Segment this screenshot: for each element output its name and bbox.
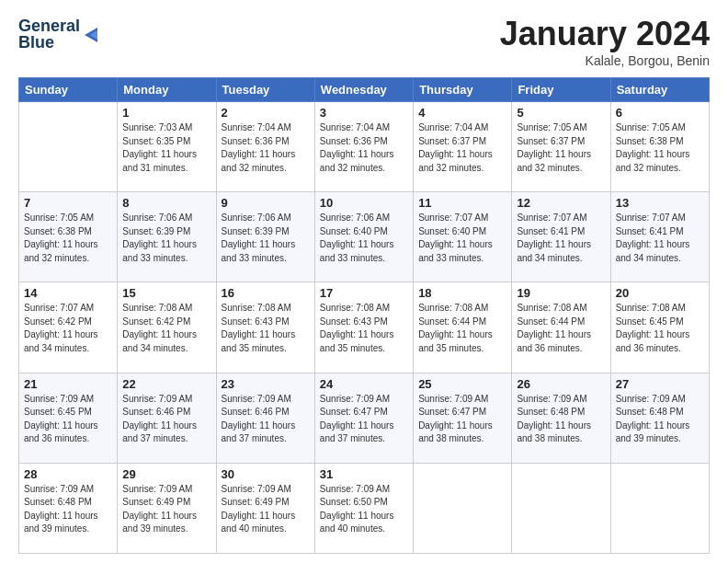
day-number: 4 [418,106,506,120]
logo: General Blue [18,15,101,57]
day-cell: 24Sunrise: 7:09 AMSunset: 6:47 PMDayligh… [314,373,413,463]
day-number: 6 [616,106,704,120]
day-cell: 12Sunrise: 7:07 AMSunset: 6:41 PMDayligh… [512,192,610,282]
day-cell: 10Sunrise: 7:06 AMSunset: 6:40 PMDayligh… [314,192,413,282]
day-number: 19 [517,286,605,300]
day-cell: 23Sunrise: 7:09 AMSunset: 6:46 PMDayligh… [216,373,314,463]
day-info: Sunrise: 7:06 AMSunset: 6:39 PMDaylight:… [222,212,310,265]
day-cell: 5Sunrise: 7:05 AMSunset: 6:37 PMDaylight… [512,102,610,192]
day-cell: 1Sunrise: 7:03 AMSunset: 6:35 PMDaylight… [118,102,216,192]
day-cell: 25Sunrise: 7:09 AMSunset: 6:47 PMDayligh… [414,373,512,463]
day-info: Sunrise: 7:08 AMSunset: 6:43 PMDaylight:… [222,302,310,355]
day-cell: 4Sunrise: 7:04 AMSunset: 6:37 PMDaylight… [414,102,512,192]
day-info: Sunrise: 7:07 AMSunset: 6:42 PMDaylight:… [24,302,112,355]
day-info: Sunrise: 7:08 AMSunset: 6:44 PMDaylight:… [517,302,605,355]
day-number: 9 [222,196,310,210]
calendar-body: 1Sunrise: 7:03 AMSunset: 6:35 PMDaylight… [19,102,710,554]
day-cell: 18Sunrise: 7:08 AMSunset: 6:44 PMDayligh… [414,282,512,373]
day-number: 2 [222,106,310,120]
day-info: Sunrise: 7:04 AMSunset: 6:36 PMDaylight:… [320,121,408,175]
day-cell: 3Sunrise: 7:04 AMSunset: 6:36 PMDaylight… [314,102,413,192]
day-info: Sunrise: 7:09 AMSunset: 6:48 PMDaylight:… [616,393,704,446]
day-cell: 21Sunrise: 7:09 AMSunset: 6:45 PMDayligh… [19,373,118,463]
day-cell: 17Sunrise: 7:08 AMSunset: 6:43 PMDayligh… [314,282,413,373]
day-info: Sunrise: 7:07 AMSunset: 6:41 PMDaylight:… [517,212,605,265]
day-number: 7 [24,196,112,210]
day-number: 16 [222,286,310,300]
day-header-tuesday: Tuesday [216,78,314,102]
calendar-header-row: SundayMondayTuesdayWednesdayThursdayFrid… [19,78,710,102]
day-info: Sunrise: 7:09 AMSunset: 6:46 PMDaylight:… [122,393,210,446]
day-number: 24 [320,377,408,391]
day-info: Sunrise: 7:09 AMSunset: 6:45 PMDaylight:… [24,393,112,446]
day-info: Sunrise: 7:06 AMSunset: 6:40 PMDaylight:… [320,212,408,265]
day-number: 5 [517,106,605,120]
day-number: 26 [517,377,605,391]
day-cell: 7Sunrise: 7:05 AMSunset: 6:38 PMDaylight… [19,192,118,282]
day-header-monday: Monday [118,78,216,102]
day-cell: 31Sunrise: 7:09 AMSunset: 6:50 PMDayligh… [314,463,413,553]
day-cell [610,463,709,553]
day-info: Sunrise: 7:09 AMSunset: 6:49 PMDaylight:… [222,483,310,536]
day-cell: 14Sunrise: 7:07 AMSunset: 6:42 PMDayligh… [19,282,118,373]
header: General Blue January 2024 Kalale, Borgou… [18,15,710,68]
day-number: 25 [418,377,506,391]
calendar-table: SundayMondayTuesdayWednesdayThursdayFrid… [18,77,710,554]
day-info: Sunrise: 7:09 AMSunset: 6:47 PMDaylight:… [320,393,408,446]
week-row-2: 14Sunrise: 7:07 AMSunset: 6:42 PMDayligh… [19,282,710,373]
day-info: Sunrise: 7:09 AMSunset: 6:50 PMDaylight:… [320,483,408,536]
day-number: 27 [616,377,704,391]
day-info: Sunrise: 7:04 AMSunset: 6:37 PMDaylight:… [418,121,506,175]
day-cell: 30Sunrise: 7:09 AMSunset: 6:49 PMDayligh… [216,463,314,553]
day-cell [19,102,118,192]
day-number: 31 [320,467,408,481]
day-number: 29 [122,467,210,481]
week-row-0: 1Sunrise: 7:03 AMSunset: 6:35 PMDaylight… [19,102,710,192]
day-number: 14 [24,286,112,300]
day-info: Sunrise: 7:05 AMSunset: 6:37 PMDaylight:… [517,121,605,175]
day-number: 18 [418,286,506,300]
day-info: Sunrise: 7:08 AMSunset: 6:45 PMDaylight:… [616,302,704,355]
day-info: Sunrise: 7:05 AMSunset: 6:38 PMDaylight:… [24,212,112,265]
page: General Blue January 2024 Kalale, Borgou… [0,0,728,563]
week-row-1: 7Sunrise: 7:05 AMSunset: 6:38 PMDaylight… [19,192,710,282]
day-header-saturday: Saturday [610,78,709,102]
day-cell: 8Sunrise: 7:06 AMSunset: 6:39 PMDaylight… [118,192,216,282]
week-row-4: 28Sunrise: 7:09 AMSunset: 6:48 PMDayligh… [19,463,710,553]
day-number: 12 [517,196,605,210]
day-info: Sunrise: 7:05 AMSunset: 6:38 PMDaylight:… [616,121,704,175]
day-header-friday: Friday [512,78,610,102]
svg-text:General: General [18,17,80,35]
day-cell: 2Sunrise: 7:04 AMSunset: 6:36 PMDaylight… [216,102,314,192]
location-subtitle: Kalale, Borgou, Benin [500,53,710,68]
day-number: 1 [122,106,210,120]
day-header-sunday: Sunday [19,78,118,102]
day-cell: 16Sunrise: 7:08 AMSunset: 6:43 PMDayligh… [216,282,314,373]
day-cell: 29Sunrise: 7:09 AMSunset: 6:49 PMDayligh… [118,463,216,553]
day-cell: 13Sunrise: 7:07 AMSunset: 6:41 PMDayligh… [610,192,709,282]
day-number: 15 [122,286,210,300]
day-number: 10 [320,196,408,210]
day-number: 30 [222,467,310,481]
day-cell: 28Sunrise: 7:09 AMSunset: 6:48 PMDayligh… [19,463,118,553]
day-cell: 11Sunrise: 7:07 AMSunset: 6:40 PMDayligh… [414,192,512,282]
day-header-thursday: Thursday [414,78,512,102]
title-block: January 2024 Kalale, Borgou, Benin [500,15,710,68]
day-number: 13 [616,196,704,210]
day-header-wednesday: Wednesday [314,78,413,102]
day-info: Sunrise: 7:07 AMSunset: 6:40 PMDaylight:… [418,212,506,265]
day-info: Sunrise: 7:09 AMSunset: 6:48 PMDaylight:… [517,393,605,446]
day-info: Sunrise: 7:09 AMSunset: 6:46 PMDaylight:… [222,393,310,446]
day-info: Sunrise: 7:08 AMSunset: 6:42 PMDaylight:… [122,302,210,355]
day-cell: 26Sunrise: 7:09 AMSunset: 6:48 PMDayligh… [512,373,610,463]
day-cell: 9Sunrise: 7:06 AMSunset: 6:39 PMDaylight… [216,192,314,282]
month-title: January 2024 [500,15,710,53]
day-info: Sunrise: 7:08 AMSunset: 6:43 PMDaylight:… [320,302,408,355]
day-info: Sunrise: 7:09 AMSunset: 6:47 PMDaylight:… [418,393,506,446]
day-info: Sunrise: 7:07 AMSunset: 6:41 PMDaylight:… [616,212,704,265]
day-info: Sunrise: 7:09 AMSunset: 6:48 PMDaylight:… [24,483,112,536]
day-info: Sunrise: 7:08 AMSunset: 6:44 PMDaylight:… [418,302,506,355]
day-number: 21 [24,377,112,391]
week-row-3: 21Sunrise: 7:09 AMSunset: 6:45 PMDayligh… [19,373,710,463]
day-cell: 27Sunrise: 7:09 AMSunset: 6:48 PMDayligh… [610,373,709,463]
